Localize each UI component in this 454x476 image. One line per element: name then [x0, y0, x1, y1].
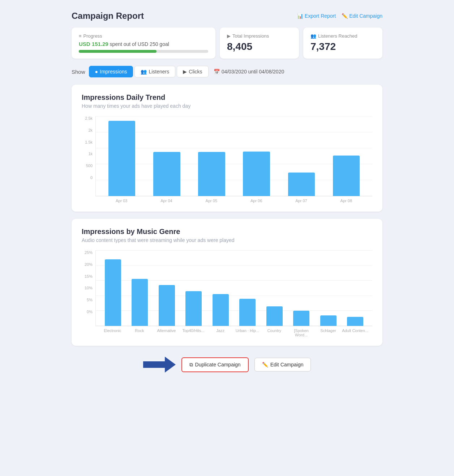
bar[interactable]: [132, 279, 148, 326]
bar-group: [180, 250, 207, 326]
bar[interactable]: [320, 315, 337, 326]
bar-group: [315, 250, 342, 326]
x-label: Schlager: [315, 326, 342, 337]
impressions-label: ▶ Total Impressions: [227, 33, 292, 39]
bar[interactable]: [198, 152, 225, 196]
bar-group: [324, 116, 369, 196]
impressions-chart-subtitle: How many times your ads have played each…: [82, 103, 372, 109]
bar[interactable]: [266, 306, 283, 326]
bar[interactable]: [159, 285, 175, 326]
impressions-chart-title: Impressions Daily Trend: [82, 93, 372, 102]
bar-group: [234, 250, 261, 326]
bar[interactable]: [288, 173, 315, 196]
bar-group: [99, 250, 127, 326]
x-label: Apr 07: [279, 196, 324, 203]
tab-impressions[interactable]: ● Impressions: [89, 66, 133, 77]
impressions-bars-area: Apr 03Apr 04Apr 05Apr 06Apr 07Apr 08: [95, 116, 372, 203]
progress-card: ≡ Progress USD 151.29 spent out of USD 2…: [72, 27, 215, 59]
genre-bars: [95, 250, 372, 326]
page-header: Campaign Report 📊 Export Report ✏️ Edit …: [72, 11, 382, 21]
genre-chart-title: Impressions by Music Genre: [82, 228, 372, 236]
bar-group: [288, 250, 315, 326]
y-label: 2.5k: [82, 116, 93, 120]
edit-campaign-button[interactable]: ✏️ Edit Campaign: [254, 358, 311, 371]
x-label: Country: [261, 326, 288, 337]
progress-label: ≡ Progress: [79, 33, 208, 39]
arrow-head: [165, 357, 176, 373]
play-icon: ▶: [227, 33, 231, 39]
bar-group: [261, 250, 288, 326]
bar-group: [144, 116, 189, 196]
bar[interactable]: [105, 259, 121, 326]
genre-x-labels: ElectronicRockAlternativeTop40/Hits...Ja…: [95, 326, 372, 337]
export-report-link[interactable]: 📊 Export Report: [297, 13, 336, 19]
circle-icon: ●: [95, 69, 98, 75]
edit-icon: ✏️: [262, 362, 268, 367]
bar[interactable]: [213, 294, 229, 326]
page-title: Campaign Report: [72, 11, 144, 21]
y-label: 1k: [82, 152, 93, 156]
x-label: Apr 05: [189, 196, 234, 203]
arrow-body: [143, 361, 165, 368]
y-label: 20%: [82, 262, 93, 267]
listeners-label: 👥 Listeners Reached: [310, 33, 375, 39]
bar[interactable]: [185, 291, 202, 326]
impressions-card: ▶ Total Impressions 8,405: [220, 27, 299, 59]
x-label: Electronic: [99, 326, 126, 337]
x-label: Adult Conten...: [342, 326, 369, 337]
bar-group: [99, 116, 144, 196]
bar[interactable]: [333, 156, 360, 196]
progress-bar-background: [79, 50, 208, 53]
genre-y-axis: 0%5%10%15%20%25%: [82, 250, 93, 323]
x-label: Apr 06: [234, 196, 279, 203]
bar[interactable]: [239, 299, 256, 326]
x-label: Apr 08: [324, 196, 369, 203]
impressions-y-axis: 05001k1.5k2k2.5k: [82, 116, 93, 188]
y-label: 10%: [82, 286, 93, 290]
calendar-icon: 📅: [214, 69, 220, 75]
progress-bar-fill: [79, 50, 157, 53]
genre-chart-subtitle: Audio content types that were streaming …: [82, 237, 372, 243]
genre-chart-card: Impressions by Music Genre Audio content…: [72, 219, 382, 346]
bar-group: [207, 250, 234, 326]
export-icon: 📊: [297, 13, 303, 19]
bar[interactable]: [153, 152, 180, 196]
bar[interactable]: [108, 121, 136, 196]
listeners-value: 7,372: [310, 41, 375, 52]
bar[interactable]: [243, 152, 270, 196]
bar-group: [234, 116, 279, 196]
listeners-tab-icon: 👥: [141, 69, 147, 75]
bar-group: [342, 250, 369, 326]
y-label: 0: [82, 175, 93, 180]
group-icon: 👥: [310, 33, 316, 39]
header-actions: 📊 Export Report ✏️ Edit Campaign: [297, 13, 382, 19]
stats-row: ≡ Progress USD 151.29 spent out of USD 2…: [72, 27, 382, 59]
x-label: Top40/Hits...: [180, 326, 207, 337]
campaign-report-page: Campaign Report 📊 Export Report ✏️ Edit …: [72, 11, 382, 465]
bar[interactable]: [347, 317, 363, 326]
listeners-card: 👥 Listeners Reached 7,372: [303, 27, 382, 59]
y-label: 5%: [82, 298, 93, 302]
y-label: 1.5k: [82, 140, 93, 144]
y-label: 500: [82, 163, 93, 168]
duplicate-icon: ⧉: [189, 362, 193, 368]
x-label: Apr 04: [144, 196, 189, 203]
show-label: Show: [72, 69, 85, 75]
y-label: 25%: [82, 250, 93, 255]
bars-icon: ≡: [79, 33, 82, 39]
tabs-row: Show ● Impressions 👥 Listeners ▶ Clicks …: [72, 66, 382, 77]
bar-group: [279, 116, 324, 196]
x-label: Alternative: [153, 326, 180, 337]
bar[interactable]: [293, 311, 309, 326]
edit-campaign-link[interactable]: ✏️ Edit Campaign: [342, 13, 382, 19]
x-label: Urban · Hip...: [234, 326, 261, 337]
impressions-value: 8,405: [227, 41, 292, 52]
pencil-icon: ✏️: [342, 13, 348, 19]
genre-chart-area: 0%5%10%15%20%25% ElectronicRockAlternati…: [82, 250, 372, 337]
y-label: 2k: [82, 128, 93, 132]
y-label: 0%: [82, 310, 93, 314]
duplicate-campaign-button[interactable]: ⧉ Duplicate Campaign: [181, 357, 249, 372]
tab-clicks[interactable]: ▶ Clicks: [177, 66, 208, 77]
x-label: [Spoken Word...: [288, 326, 315, 337]
tab-listeners[interactable]: 👥 Listeners: [134, 66, 175, 77]
